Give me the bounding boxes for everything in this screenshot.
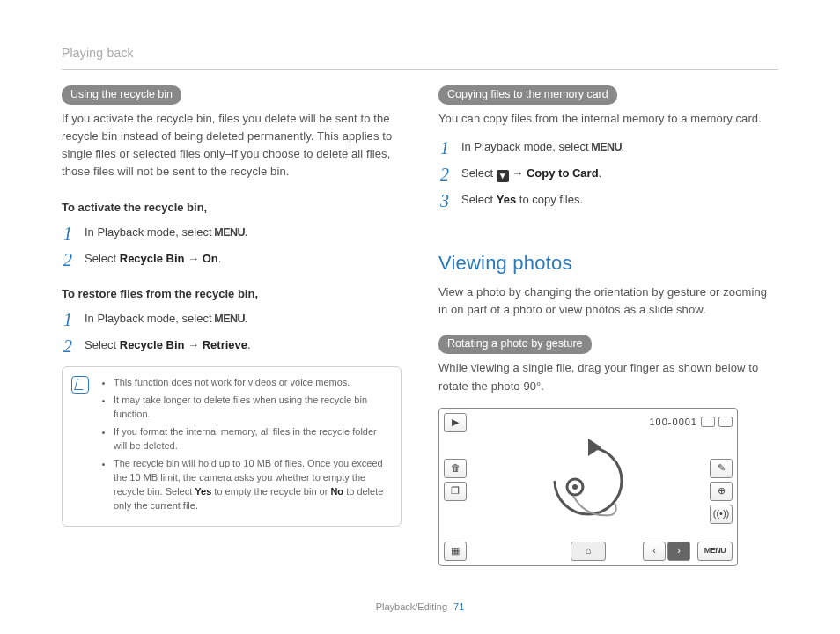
step-text: to copy files. [516, 193, 583, 206]
section-title-viewing: Viewing photos [438, 248, 778, 278]
header-rule [62, 69, 778, 70]
menu-icon: MENU [214, 311, 245, 328]
step-text: Select [85, 338, 120, 351]
screen-counter: 100-0001 [650, 415, 733, 430]
step-bold: Retrieve [203, 338, 247, 351]
step-text: → [509, 166, 527, 180]
step-text: . [247, 338, 251, 351]
step-text: Select [461, 193, 497, 206]
steps-restore: In Playback mode, select MENU. Select Re… [62, 310, 402, 354]
recycle-intro: If you activate the recycle bin, files y… [62, 110, 402, 181]
step-text: . [218, 252, 222, 265]
step-text: In Playback mode, select [85, 225, 215, 239]
screen-wifi-icon: ((•)) [710, 505, 733, 524]
note-bold: No [330, 486, 343, 497]
screen-trash-icon: 🗑 [444, 459, 467, 478]
screen-edit-icon: ✎ [710, 459, 733, 478]
step-bold: Copy to Card [527, 166, 599, 180]
screen-prev-icon: ‹ [643, 542, 666, 561]
note-list: This function does not work for videos o… [101, 376, 390, 512]
step-copy-2: Select ▼ → Copy to Card. [438, 165, 778, 182]
svg-point-2 [572, 484, 578, 490]
svg-marker-0 [588, 439, 601, 456]
step-text: In Playback mode, select [85, 312, 215, 325]
step-text: Select [461, 166, 497, 180]
note-bold: Yes [195, 486, 211, 497]
step-text: Select [85, 252, 120, 265]
footer-section: Playback/Editing [376, 601, 447, 612]
copy-intro: You can copy files from the internal mem… [438, 110, 778, 128]
card-icon [701, 417, 715, 427]
counter-text: 100-0001 [650, 415, 698, 430]
step-bold: Yes [497, 193, 516, 206]
screen-inner: ▶ 🗑 ❐ ▦ 100-0001 ✎ ⊕ ((•)) ‹ › MENU ⌂ [444, 413, 733, 561]
screen-grid-icon: ▦ [444, 542, 467, 561]
step-text: . [599, 166, 602, 180]
step-activate-2: Select Recycle Bin → On. [62, 250, 402, 268]
page-footer: Playback/Editing 71 [0, 600, 840, 615]
step-text: → [184, 252, 202, 265]
footer-page-number: 71 [453, 601, 464, 612]
battery-icon [718, 417, 733, 427]
screen-menu-button: MENU [697, 542, 733, 561]
rotate-gesture-icon [531, 434, 645, 522]
step-bold: Recycle Bin [120, 252, 185, 265]
subhead-activate: To activate the recycle bin, [62, 199, 402, 217]
step-text: In Playback mode, select [461, 140, 592, 153]
note-text: to empty the recycle bin or [211, 486, 330, 497]
step-bold: Recycle Bin [120, 338, 185, 351]
step-copy-3: Select Yes to copy files. [438, 191, 778, 209]
step-text: → [184, 338, 202, 351]
screen-info-icon: ⊕ [710, 482, 733, 501]
step-restore-2: Select Recycle Bin → Retrieve. [62, 336, 402, 354]
step-activate-1: In Playback mode, select MENU. [62, 224, 402, 241]
screen-stack-icon: ❐ [444, 482, 467, 501]
note-item: This function does not work for videos o… [114, 376, 390, 390]
note-item: It may take longer to delete files when … [114, 394, 390, 422]
viewing-intro: View a photo by changing the orientation… [438, 284, 778, 319]
camera-screen-illustration: ▶ 🗑 ❐ ▦ 100-0001 ✎ ⊕ ((•)) ‹ › MENU ⌂ [438, 408, 738, 566]
steps-activate: In Playback mode, select MENU. Select Re… [62, 224, 402, 268]
pill-rotating: Rotating a photo by gesture [438, 335, 592, 354]
subhead-restore: To restore files from the recycle bin, [62, 285, 402, 303]
breadcrumb: Playing back [62, 44, 778, 63]
step-bold: On [203, 252, 218, 265]
steps-copy: In Playback mode, select MENU. Select ▼ … [438, 138, 778, 209]
rotate-text: While viewing a single file, drag your f… [438, 359, 778, 394]
left-column: Using the recycle bin If you activate th… [62, 85, 402, 566]
step-restore-1: In Playback mode, select MENU. [62, 310, 402, 328]
menu-icon: MENU [591, 139, 622, 156]
screen-play-icon: ▶ [444, 413, 467, 432]
note-item: If you format the internal memory, all f… [114, 425, 390, 453]
note-box: This function does not work for videos o… [62, 366, 402, 526]
pill-recycle-bin: Using the recycle bin [62, 85, 181, 105]
pill-copy-files: Copying files to the memory card [438, 85, 617, 105]
note-item: The recycle bin will hold up to 10 MB of… [114, 457, 390, 513]
note-icon [71, 376, 89, 394]
step-copy-1: In Playback mode, select MENU. [438, 138, 778, 156]
chevron-down-icon: ▼ [497, 170, 509, 182]
screen-home-icon: ⌂ [571, 542, 606, 561]
screen-next-icon: › [667, 542, 690, 561]
menu-icon: MENU [214, 225, 245, 241]
content-columns: Using the recycle bin If you activate th… [62, 85, 778, 566]
right-column: Copying files to the memory card You can… [438, 85, 778, 566]
